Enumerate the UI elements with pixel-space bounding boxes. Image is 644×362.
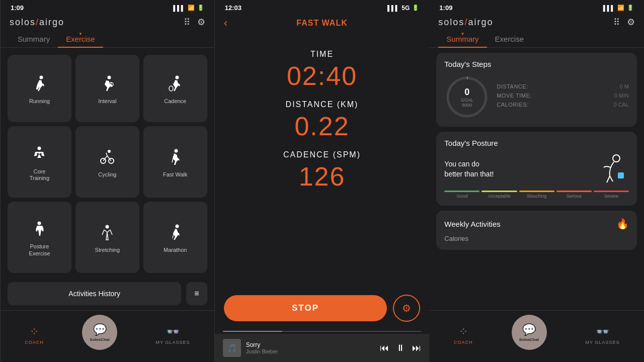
exercise-interval[interactable]: Interval — [75, 55, 139, 122]
stat-cadence: CADENCE (SPM) 126 — [225, 141, 420, 192]
solos-chat-btn-1[interactable]: 💬 SolosChat — [82, 315, 117, 350]
svg-point-10 — [38, 222, 41, 225]
glasses-label-1: MY GLASSES — [156, 340, 190, 345]
workout-title: FAST WALK — [296, 19, 347, 28]
music-controls: ⏮ ⏸ ⏭ — [380, 343, 421, 353]
solos-chat-btn-3[interactable]: 💬 SolosChat — [512, 315, 547, 350]
music-artist: Justin Bieber — [246, 348, 375, 354]
logo-3: solos/airgo — [438, 17, 493, 28]
exercise-posture[interactable]: PostureExercise — [8, 202, 71, 273]
chat-label-3: SolosChat — [519, 337, 539, 342]
grid-icon[interactable]: ⠿ — [184, 17, 190, 28]
calories-label-weekly: Calories — [444, 235, 468, 242]
chat-label-1: SolosChat — [90, 337, 110, 342]
wifi-icon: 📶 — [188, 5, 195, 11]
distance-val: 0 M — [620, 83, 629, 89]
settings-icon-3[interactable]: ⚙ — [627, 17, 635, 28]
settings-icon[interactable]: ⚙ — [197, 17, 205, 28]
logo-1: solos/airgo — [10, 17, 64, 28]
panel-summary: 1:09 ▌▌▌ 📶 🔋 solos/airgo ⠿ ⚙ ▼ Summary E… — [429, 0, 644, 362]
distance-row: DISTANCE: 0 M — [497, 83, 629, 89]
stop-btn[interactable]: STOP — [224, 295, 387, 321]
music-bar: 🎵 Sorry Justin Bieber ⏮ ⏸ ⏭ — [215, 334, 430, 362]
status-time-3: 1:09 — [439, 4, 452, 12]
movetime-row: MOVE TIME: 0 MIN — [497, 93, 629, 99]
circle-text: 0 GOAL 6000 — [456, 87, 478, 108]
prev-btn[interactable]: ⏮ — [380, 343, 389, 353]
tab-exercise-1[interactable]: ▼ Exercise — [58, 31, 103, 47]
fastwalk-icon — [166, 148, 184, 168]
steps-card: Today's Steps 0 GOAL 6000 DISTANCE: 0 — [436, 53, 637, 127]
exercise-cycling[interactable]: Cycling — [75, 126, 139, 198]
tab-summary-1[interactable]: Summary — [10, 31, 58, 47]
acceptable-bar — [481, 191, 517, 192]
grid-icon-3[interactable]: ⠿ — [613, 17, 620, 28]
marathon-label: Marathon — [164, 247, 187, 253]
svg-point-11 — [106, 225, 109, 229]
stop-area: STOP ⚙ — [215, 288, 430, 329]
distance-label: DISTANCE (KM) — [225, 100, 420, 109]
good-bar — [444, 191, 479, 192]
bottom-nav-3: ⁘ COACH 💬 SolosChat 👓 MY GLASSES — [429, 310, 644, 362]
coach-label-3: COACH — [454, 340, 473, 345]
serious-bar — [556, 191, 592, 192]
cadence-label: Cadence — [164, 98, 186, 105]
dropdown-indicator: ▼ — [78, 32, 83, 36]
status-icons-1: ▌▌▌ 📶 🔋 — [173, 5, 204, 11]
posture-icon — [30, 220, 48, 240]
exercise-core[interactable]: CoreTraining — [8, 126, 71, 198]
nav-glasses-1[interactable]: 👓 MY GLASSES — [156, 325, 190, 345]
posture-label: PostureExercise — [29, 243, 50, 256]
status-bar-2: 12:03 ▌▌▌ 5G 🔋 — [215, 0, 430, 14]
progress-bar — [223, 331, 422, 332]
activities-history-btn[interactable]: Activities History — [8, 282, 181, 305]
core-label: CoreTraining — [30, 168, 49, 182]
glasses-icon-1: 👓 — [166, 325, 180, 338]
nav-coach-1[interactable]: ⁘ COACH — [25, 325, 44, 345]
time-label: TIME — [225, 50, 420, 59]
svg-point-6 — [108, 150, 111, 153]
filter-btn[interactable]: ≡ — [186, 282, 207, 305]
marathon-icon — [166, 223, 184, 244]
posture-acceptable: Acceptable — [481, 191, 517, 199]
steps-title: Today's Steps — [444, 60, 629, 68]
steps-circle: 0 GOAL 6000 — [444, 74, 490, 120]
dropdown-indicator-3: ▼ — [460, 32, 464, 36]
back-btn[interactable]: ‹ — [224, 17, 227, 30]
interval-icon — [98, 74, 116, 95]
tab-summary-3[interactable]: ▼ Summary — [438, 31, 487, 47]
posture-severe: Severe — [594, 191, 629, 199]
wifi-icon-3: 📶 — [617, 5, 624, 11]
progress-fill — [223, 331, 282, 332]
next-btn[interactable]: ⏭ — [412, 343, 421, 353]
exercise-stretching[interactable]: Stretching — [75, 202, 139, 273]
exercise-fastwalk[interactable]: Fast Walk — [143, 126, 207, 198]
status-icons-3: ▌▌▌ 📶 🔋 — [603, 5, 634, 11]
nav-coach-3[interactable]: ⁘ COACH — [454, 325, 473, 345]
posture-serious: Serious — [556, 191, 592, 199]
pause-btn[interactable]: ⏸ — [396, 343, 405, 353]
album-art: 🎵 — [223, 339, 241, 357]
activities-section: Activities History ≡ — [1, 280, 214, 310]
exercise-marathon[interactable]: Marathon — [143, 202, 207, 273]
tab-exercise-3[interactable]: Exercise — [487, 31, 532, 47]
svg-point-3 — [176, 76, 179, 79]
workout-settings-btn[interactable]: ⚙ — [393, 295, 420, 322]
battery-icon-3: 🔋 — [627, 5, 634, 11]
nav-glasses-3[interactable]: 👓 MY GLASSES — [586, 325, 620, 345]
app-header-3: solos/airgo ⠿ ⚙ — [429, 14, 644, 31]
chat-icon-3: 💬 — [522, 323, 536, 336]
svg-rect-16 — [618, 172, 624, 178]
battery-icon-2: 🔋 — [412, 5, 419, 11]
cycling-icon — [98, 148, 116, 168]
distance-value: 0.22 — [225, 111, 420, 141]
tab-bar-1: Summary ▼ Exercise — [1, 31, 214, 48]
glasses-label-3: MY GLASSES — [586, 340, 620, 345]
exercise-cadence[interactable]: Cadence — [143, 55, 207, 122]
svg-point-15 — [613, 155, 620, 162]
exercise-grid: Running Interval — [1, 48, 214, 280]
posture-title: Today's Posture — [444, 139, 629, 147]
exercise-running[interactable]: Running — [8, 55, 71, 122]
distance-key: DISTANCE: — [497, 83, 528, 89]
fastwalk-label: Fast Walk — [163, 171, 188, 178]
